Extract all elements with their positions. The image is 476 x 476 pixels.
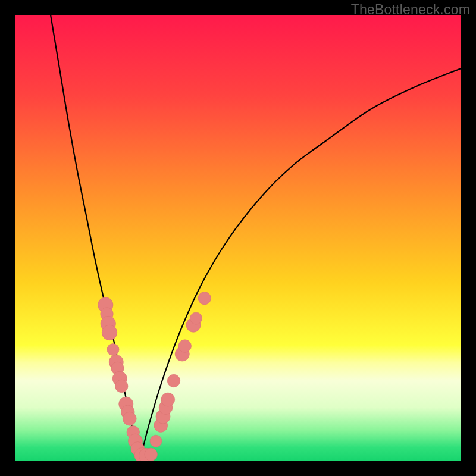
watermark-text: TheBottleneck.com [351, 2, 470, 18]
data-point [123, 412, 136, 425]
data-point [115, 380, 129, 393]
data-point [150, 435, 162, 447]
right-branch-curve [140, 68, 461, 461]
data-point [161, 393, 175, 406]
chart-frame: TheBottleneck.com [0, 0, 476, 476]
data-point [178, 340, 192, 353]
data-point [190, 312, 202, 324]
data-point [198, 292, 211, 305]
data-markers [98, 292, 211, 462]
data-point [145, 448, 158, 461]
data-point [107, 343, 119, 355]
data-point [167, 374, 180, 387]
curve-layer [15, 15, 461, 461]
plot-area [15, 15, 461, 461]
data-point [102, 325, 117, 340]
left-branch-curve [51, 15, 140, 461]
